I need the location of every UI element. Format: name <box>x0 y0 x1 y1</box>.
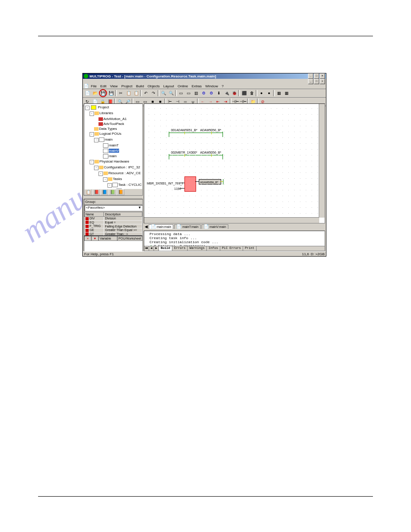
menu-file[interactable]: File <box>89 84 98 88</box>
fb-output-block[interactable]: ADAM5056_B* <box>199 179 221 184</box>
tb-btn-1[interactable]: ▭ <box>177 90 184 97</box>
menu-edit[interactable]: Edit <box>98 84 108 88</box>
vertical-scrollbar[interactable] <box>319 104 325 218</box>
menu-help[interactable]: ? <box>220 84 225 88</box>
out-nav-next[interactable]: ▶ <box>154 246 159 251</box>
table-row[interactable]: EQEqual = <box>85 220 142 224</box>
tree-node[interactable]: Data Types <box>85 126 141 131</box>
tb-btn-7[interactable]: 🔌 <box>223 90 230 97</box>
horizontal-scrollbar[interactable] <box>144 217 319 223</box>
tb-btn-2[interactable]: ▭ <box>185 90 192 97</box>
menu-project[interactable]: Project <box>120 84 134 88</box>
expand-icon[interactable]: - <box>85 106 90 110</box>
menu-window[interactable]: Window <box>204 84 220 88</box>
paste-button[interactable]: 📋 <box>133 90 140 97</box>
col-variable[interactable]: Variable <box>98 236 117 241</box>
tree-node[interactable]: main <box>85 154 141 159</box>
close-button[interactable]: × <box>320 73 325 79</box>
group-favorites-combo[interactable]: <Favorites> ▼ <box>85 205 143 211</box>
tree-root[interactable]: - Project <box>85 105 141 111</box>
saveall-button[interactable]: 💾 <box>107 90 115 97</box>
tb-btn-4[interactable]: ⚙ <box>200 90 207 97</box>
table-row[interactable]: DIVDivision <box>85 217 142 221</box>
mdi-minimize-button[interactable]: _ <box>308 79 313 84</box>
expand-icon[interactable]: - <box>90 112 94 116</box>
expand-icon[interactable]: - <box>107 183 112 188</box>
new-button[interactable]: 📄 <box>84 90 91 97</box>
out-nav-prev[interactable]: ◀ <box>149 246 154 251</box>
ws-tab-main[interactable]: 📄main:main <box>149 224 173 229</box>
project-tree-panel[interactable]: - Project -LibrariesAdvMotion_A1AdvToolP… <box>84 103 143 189</box>
tree-node[interactable]: AdvToolPack <box>85 121 141 126</box>
tree-node[interactable]: -Task : CYCLIC <box>85 182 141 188</box>
out-tab-infos[interactable]: Infos <box>207 246 220 251</box>
tree-node[interactable]: -Libraries <box>85 111 141 116</box>
tree-node[interactable]: -Logical POUs <box>85 131 141 137</box>
tree-tab-2[interactable]: 📕 <box>92 189 100 195</box>
minimize-button[interactable]: _ <box>308 73 313 79</box>
tree-node[interactable]: AdvMotion_A1 <box>85 116 141 121</box>
redo-button[interactable]: ↷ <box>150 90 157 97</box>
tb-btn-13[interactable]: ▦ <box>275 90 283 97</box>
menu-objects[interactable]: Objects <box>146 84 162 88</box>
expand-icon[interactable]: - <box>90 132 94 137</box>
tb-btn-14[interactable]: ▦ <box>283 90 290 97</box>
zoom-out-button[interactable]: 🔍 <box>167 90 175 97</box>
menu-view[interactable]: View <box>108 84 120 88</box>
fb-selected-block[interactable] <box>184 176 196 192</box>
tree-tab-5[interactable]: 📙 <box>116 189 124 195</box>
tree-node[interactable]: -Tasks <box>85 176 141 182</box>
out-tab-errors[interactable]: Errors <box>172 246 188 251</box>
tb-btn-3[interactable]: ▥ <box>193 90 200 97</box>
tree-node[interactable]: mainT <box>85 143 141 148</box>
tb-btn-6[interactable]: ⬇ <box>215 90 223 97</box>
table-row[interactable]: GEGreater Than Equal >= <box>85 228 142 232</box>
tree-tab-4[interactable]: 📗 <box>108 189 116 195</box>
undo-button[interactable]: ↶ <box>142 90 150 97</box>
fbd-canvas[interactable]: 001ADAM5051_B* ADAM5056_B* 002MBTR_1X000… <box>144 103 325 223</box>
expand-icon[interactable]: - <box>90 160 94 164</box>
expand-icon[interactable]: - <box>94 166 98 170</box>
zoom-in-button[interactable]: 🔍 <box>160 90 167 97</box>
menu-layout[interactable]: Layout <box>162 84 176 88</box>
close-panel-icon[interactable]: × <box>84 236 91 241</box>
save-button[interactable]: 💾 <box>99 89 107 97</box>
col-pou[interactable]: POU/Worksheet <box>117 236 142 241</box>
tb-btn-12[interactable]: ● <box>265 90 273 97</box>
out-tab-build[interactable]: Build <box>159 246 172 251</box>
menu-online[interactable]: Online <box>176 84 190 88</box>
open-button[interactable]: 📂 <box>91 90 98 97</box>
tb-btn-8[interactable]: 🐞 <box>231 90 238 97</box>
tb-btn-9[interactable]: ⬛ <box>240 90 248 97</box>
out-tab-plcerrors[interactable]: PLC Errors <box>220 246 243 251</box>
out-nav-first[interactable]: ⏮ <box>144 246 149 251</box>
ws-tab-maint[interactable]: 📄mainT:main <box>174 224 201 229</box>
tb-btn-11[interactable]: ● <box>258 90 265 97</box>
copy-button[interactable]: 📋 <box>125 90 132 97</box>
tb-btn-10[interactable]: 🗑 <box>248 90 255 97</box>
tree-node[interactable]: -Resource : ADV_CE <box>85 171 141 176</box>
maximize-button[interactable]: □ <box>314 73 319 79</box>
col-name[interactable]: Name <box>85 212 104 217</box>
tb-btn-5[interactable]: ⚙ <box>208 90 215 97</box>
out-tab-print[interactable]: Print <box>243 246 257 251</box>
mdi-close-button[interactable]: × <box>320 79 325 84</box>
expand-icon[interactable]: - <box>98 172 103 176</box>
col-description[interactable]: Description <box>104 212 142 217</box>
expand-icon[interactable]: - <box>103 177 107 182</box>
tab-nav-left-icon[interactable]: ◀ <box>145 225 148 229</box>
ws-tab-mainv[interactable]: 📄mainV:main <box>201 224 228 229</box>
mdi-maximize-button[interactable]: □ <box>314 79 319 84</box>
tree-tab-3[interactable]: 📘 <box>100 189 108 195</box>
menu-extras[interactable]: Extras <box>190 84 204 88</box>
table-row[interactable]: F_TRIGFalling Edge Detection <box>85 224 142 228</box>
menu-build[interactable]: Build <box>134 84 146 88</box>
tree-node[interactable]: mainV <box>85 148 141 154</box>
tree-node[interactable]: -Physical Hardware <box>85 159 141 165</box>
tree-node[interactable]: -main <box>85 137 141 143</box>
cut-button[interactable]: ✂ <box>117 90 124 97</box>
tree-node[interactable]: -Configuration : IPC_32 <box>85 165 141 171</box>
tree-tab-1[interactable]: 📋 <box>84 189 92 195</box>
expand-icon[interactable]: - <box>94 138 98 142</box>
out-tab-warnings[interactable]: Warnings <box>188 246 207 251</box>
